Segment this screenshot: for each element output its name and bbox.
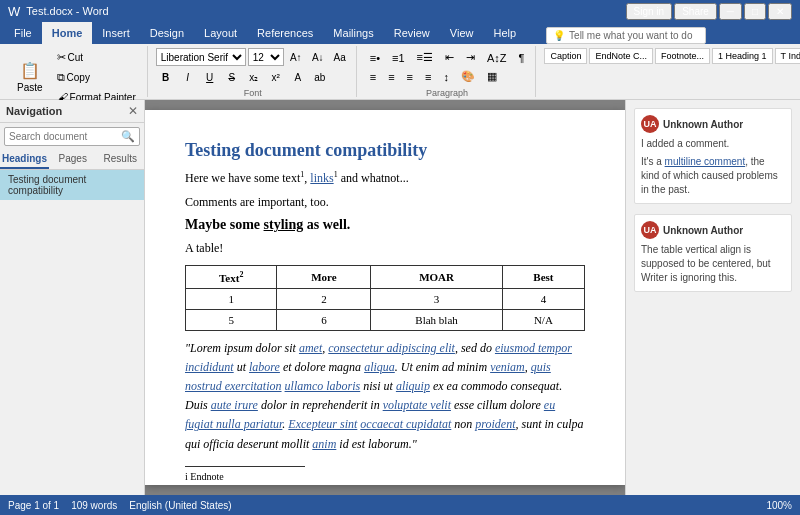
document-area[interactable]: Testing document compatibility Here we h…	[145, 100, 625, 495]
subscript-button[interactable]: x₂	[244, 68, 264, 86]
style-index[interactable]: T Index	[775, 48, 800, 64]
doc-para2: Comments are important, too.	[185, 193, 585, 211]
font-size-select[interactable]: 12	[248, 48, 284, 66]
nav-tab-results[interactable]: Results	[97, 150, 145, 169]
doc-link-links[interactable]: links	[310, 171, 333, 185]
tab-layout[interactable]: Layout	[194, 22, 247, 44]
table-header-more: More	[277, 266, 371, 289]
navigation-pane: Navigation ✕ 🔍 Headings Pages Results Te…	[0, 100, 145, 495]
clear-format-button[interactable]: Aa	[330, 48, 350, 66]
table-row-1: 1 2 3 4	[186, 288, 585, 309]
style-heading1a[interactable]: 1 Heading 1	[712, 48, 773, 64]
doc-title: Testing document compatibility	[185, 140, 585, 161]
comment-1: UA Unknown Author I added a comment. It'…	[634, 108, 792, 204]
tab-review[interactable]: Review	[384, 22, 440, 44]
sort-button[interactable]: A↕Z	[482, 49, 512, 67]
align-left-button[interactable]: ≡	[365, 68, 381, 86]
paragraph-row1: ≡• ≡1 ≡☰ ⇤ ⇥ A↕Z ¶	[365, 48, 530, 67]
doc-table-label: A table!	[185, 239, 585, 257]
increase-indent-button[interactable]: ⇥	[461, 48, 480, 67]
grow-font-button[interactable]: A↑	[286, 48, 306, 66]
minimize-button[interactable]: ─	[719, 3, 742, 20]
status-right: 100%	[766, 500, 792, 511]
comment-link[interactable]: multiline comment	[665, 156, 746, 167]
strikethrough-button[interactable]: S	[222, 68, 242, 86]
tab-help[interactable]: Help	[483, 22, 526, 44]
bold-button[interactable]: B	[156, 68, 176, 86]
footnote-line	[185, 466, 305, 467]
align-right-button[interactable]: ≡	[402, 68, 418, 86]
tab-mailings[interactable]: Mailings	[323, 22, 383, 44]
show-marks-button[interactable]: ¶	[514, 49, 530, 67]
highlight-button[interactable]: ab	[310, 68, 330, 86]
multilevel-button[interactable]: ≡☰	[412, 48, 438, 67]
nav-tab-pages[interactable]: Pages	[49, 150, 97, 169]
shrink-font-button[interactable]: A↓	[308, 48, 328, 66]
table-header-moar: MOAR	[371, 266, 502, 289]
nav-search-input[interactable]	[5, 129, 117, 144]
nav-search-container: 🔍	[4, 127, 140, 146]
style-footnote[interactable]: Footnote...	[655, 48, 710, 64]
comment-1-text: I added a comment.	[641, 137, 785, 151]
restore-button[interactable]: □	[744, 3, 766, 20]
clipboard-secondary: ✂ Cut ⧉ Copy 🖌 Format Painter	[52, 48, 141, 106]
tab-home[interactable]: Home	[42, 22, 93, 44]
table-header-best: Best	[502, 266, 584, 289]
table-row-header: Text2 More MOAR Best	[186, 266, 585, 289]
paste-icon: 📋	[20, 61, 40, 80]
line-spacing-button[interactable]: ↕	[438, 68, 454, 86]
font-name-select[interactable]: Liberation Serif	[156, 48, 246, 66]
nav-pane-header: Navigation ✕	[0, 100, 144, 123]
paragraph-row2: ≡ ≡ ≡ ≡ ↕ 🎨 ▦	[365, 67, 502, 86]
nav-close-button[interactable]: ✕	[128, 104, 138, 118]
app-icon: W	[8, 4, 20, 19]
clipboard-row: 📋 Paste ✂ Cut ⧉ Copy 🖌 Format Painter	[10, 48, 141, 106]
main-area: Navigation ✕ 🔍 Headings Pages Results Te…	[0, 100, 800, 495]
comment-1-header: UA Unknown Author	[641, 115, 785, 133]
document-page: Testing document compatibility Here we h…	[145, 110, 625, 485]
close-button[interactable]: ✕	[768, 3, 792, 20]
comment-1-author: Unknown Author	[663, 119, 743, 130]
nav-tab-headings[interactable]: Headings	[0, 150, 49, 169]
tab-insert[interactable]: Insert	[92, 22, 140, 44]
title-bar-filename: Test.docx - Word	[26, 5, 108, 17]
style-caption[interactable]: Caption	[544, 48, 587, 64]
comments-panel: UA Unknown Author I added a comment. It'…	[625, 100, 800, 495]
underline-button[interactable]: U	[200, 68, 220, 86]
borders-button[interactable]: ▦	[482, 67, 502, 86]
doc-heading2: Maybe some styling as well.	[185, 217, 585, 233]
sign-in-button[interactable]: Sign in	[626, 3, 673, 20]
superscript-button[interactable]: x²	[266, 68, 286, 86]
share-button[interactable]: Share	[674, 3, 717, 20]
nav-title: Navigation	[6, 105, 62, 117]
copy-button[interactable]: ⧉ Copy	[52, 68, 141, 87]
ribbon-tabs: File Home Insert Design Layout Reference…	[0, 22, 800, 44]
bullets-button[interactable]: ≡•	[365, 49, 385, 67]
tab-file[interactable]: File	[4, 22, 42, 44]
nav-item-testing[interactable]: Testing document compatibility	[0, 170, 144, 200]
tab-design[interactable]: Design	[140, 22, 194, 44]
doc-quote: "Lorem ipsum dolor sit amet, consectetur…	[185, 339, 585, 454]
tab-references[interactable]: References	[247, 22, 323, 44]
decrease-indent-button[interactable]: ⇤	[440, 48, 459, 67]
shading-button[interactable]: 🎨	[456, 67, 480, 86]
status-bar: Page 1 of 1 109 words English (United St…	[0, 495, 800, 515]
comment-1-extra: It's a multiline comment, the kind of wh…	[641, 155, 785, 197]
italic-button[interactable]: I	[178, 68, 198, 86]
tab-view[interactable]: View	[440, 22, 484, 44]
font-row2: B I U S x₂ x² A ab	[156, 68, 330, 86]
clipboard-group: 📋 Paste ✂ Cut ⧉ Copy 🖌 Format Painter Cl…	[4, 46, 148, 97]
search-icon: 🔍	[117, 128, 139, 145]
tell-me-bar[interactable]: 💡 Tell me what you want to do	[546, 27, 706, 44]
style-endnote[interactable]: EndNote C...	[589, 48, 653, 64]
justify-button[interactable]: ≡	[420, 68, 436, 86]
cut-button[interactable]: ✂ Cut	[52, 48, 141, 67]
paste-button[interactable]: 📋 Paste	[10, 55, 50, 99]
tell-me-text: Tell me what you want to do	[569, 30, 692, 41]
comment-2: UA Unknown Author The table vertical ali…	[634, 214, 792, 292]
comment-1-avatar: UA	[641, 115, 659, 133]
align-center-button[interactable]: ≡	[383, 68, 399, 86]
numbering-button[interactable]: ≡1	[387, 49, 410, 67]
font-color-button[interactable]: A	[288, 68, 308, 86]
comment-2-avatar: UA	[641, 221, 659, 239]
